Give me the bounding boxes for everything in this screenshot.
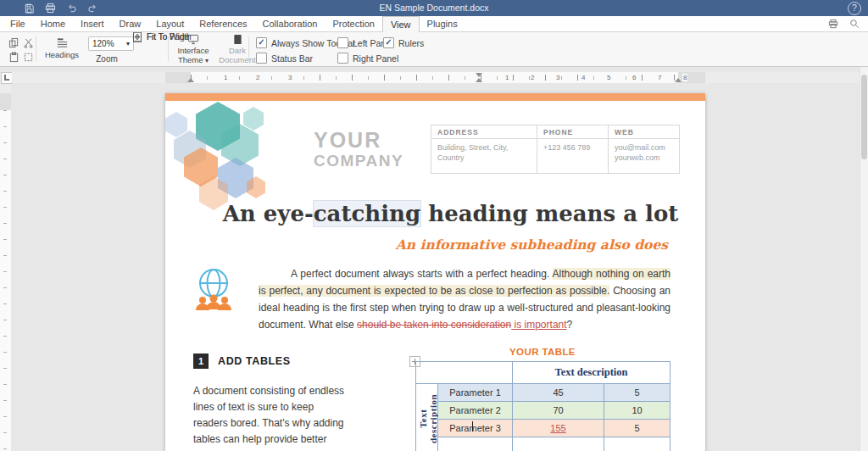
table-cell[interactable]: 5 [604,420,670,437]
fit-to-width-icon [132,31,142,42]
tab-view[interactable]: View [382,16,420,32]
search-icon [849,19,860,29]
quick-print-button[interactable] [828,19,838,29]
address-value: Building, Street, City, Country [431,139,537,173]
table-side-header-cell[interactable]: Text description [416,384,438,451]
zoom-value: 120% [92,39,114,48]
checkbox-unchecked-icon [256,53,267,64]
table-row: Text description Parameter 1 45 5 [416,384,670,402]
tab-home[interactable]: Home [33,16,73,31]
save-icon [24,3,35,14]
cut-icon [23,37,34,48]
tab-insert[interactable]: Insert [73,16,112,31]
toolbar-separator [168,36,169,61]
document-title: EN Sample Document.docx [153,0,715,16]
checkbox-checked-icon: ✓ [383,37,394,48]
ruler-text-zone [191,72,678,83]
table-cell[interactable]: 155 [513,420,604,437]
tracked-change-value: 155 [550,423,565,433]
vertical-scrollbar[interactable] [860,66,868,451]
horizontal-ruler[interactable]: 1 2 3 1 2 3 4 5 6 7 8 [12,72,860,83]
web-header: WEB [608,125,679,139]
table-cell[interactable] [513,437,604,451]
headings-button[interactable]: Headings [39,35,85,63]
headings-icon [56,37,69,49]
tab-stop-selector[interactable] [1,72,13,84]
redo-icon [87,3,98,14]
vertical-ruler[interactable] [0,85,11,451]
right-indent-marker[interactable] [675,78,682,82]
audience-globe-icon [191,265,236,315]
left-indent-marker[interactable] [187,78,194,82]
paste-icon [8,52,19,63]
table-cell[interactable] [438,437,513,451]
tab-plugins[interactable]: Plugins [420,16,465,31]
phone-header: PHONE [537,125,608,139]
table-header-cell[interactable]: Text description [513,362,670,384]
print-button[interactable] [45,3,56,14]
undo-button[interactable] [66,3,77,14]
hexagon-shape [165,112,187,137]
table-cell[interactable]: 45 [513,384,604,402]
table-cell[interactable]: Parameter 3 [438,420,513,437]
document-page[interactable]: YOUR COMPANY ADDRESS PHONE WEB Building,… [165,93,705,451]
tab-layout[interactable]: Layout [148,16,192,31]
table-cell[interactable]: 70 [513,402,604,420]
table-cell[interactable]: 10 [604,402,670,420]
inserted-text: is important [511,319,566,331]
tab-draw[interactable]: Draw [112,16,149,31]
selected-word: catching [314,201,420,226]
select-all-button[interactable] [22,51,35,64]
table-cell[interactable] [604,437,670,451]
table-cell[interactable]: Parameter 2 [438,402,513,420]
tab-protection[interactable]: Protection [325,16,382,31]
intro-paragraph: A perfect document always starts with a … [259,265,670,333]
hanging-indent-marker[interactable] [476,78,482,82]
chevron-down-icon: ▾ [126,41,130,47]
tab-file[interactable]: File [3,16,33,31]
section-1-heading: 1 ADD TABLES [193,354,291,369]
checkbox-unchecked-icon [337,53,348,64]
table-row: Parameter 3 155 5 [416,420,670,437]
help-button[interactable]: ? [848,2,861,15]
interface-theme-button[interactable]: Interface Theme ▾ [172,34,214,64]
company-name: YOUR COMPANY [314,129,403,170]
table-cell[interactable]: Parameter 1 [438,384,513,402]
tab-collaboration[interactable]: Collaboration [255,16,326,31]
redo-button[interactable] [87,3,98,14]
address-header: ADDRESS [431,125,537,139]
right-panel-checkbox[interactable]: Right Panel [337,53,398,64]
contact-info-table: ADDRESS PHONE WEB Building, Street, City… [431,125,680,174]
section-1-paragraph: A document consisting of endless lines o… [193,383,351,451]
first-line-indent-marker[interactable] [476,73,482,77]
web-value: you@mail.com yourweb.com [608,139,679,173]
deleted-text: should be taken into consideration [357,319,511,331]
zoom-select[interactable]: 120% ▾ [88,36,134,51]
save-button[interactable] [24,3,35,14]
undo-icon [66,3,77,14]
scrollbar-thumb[interactable] [861,75,867,159]
hexagon-shape [243,107,264,131]
app-window: EN Sample Document.docx ? File Home Inse… [0,0,868,451]
dark-document-button[interactable]: Dark Document [216,34,259,64]
status-bar-checkbox[interactable]: Status Bar [256,53,313,64]
checkbox-checked-icon: ✓ [256,37,267,48]
print-icon [45,3,56,14]
cut-button[interactable] [22,36,35,49]
copy-button[interactable] [8,36,20,49]
search-button[interactable] [849,19,860,29]
table-row [416,437,670,451]
empty-header-cell[interactable] [416,362,513,384]
menu-tab-bar: File Home Insert Draw Layout References … [0,16,868,32]
quick-print-icon [828,19,838,29]
rulers-checkbox[interactable]: ✓ Rulers [383,37,424,48]
interface-theme-icon [187,34,199,45]
table-cell[interactable]: 5 [604,384,670,402]
checkbox-unchecked-icon [337,37,348,48]
tab-references[interactable]: References [192,16,254,31]
sample-table[interactable]: Text description Text description Parame… [415,361,670,451]
dark-document-icon [232,34,243,45]
zoom-label: Zoom [88,54,125,64]
paste-button[interactable] [8,51,20,64]
phone-value: +123 456 789 [537,139,608,173]
